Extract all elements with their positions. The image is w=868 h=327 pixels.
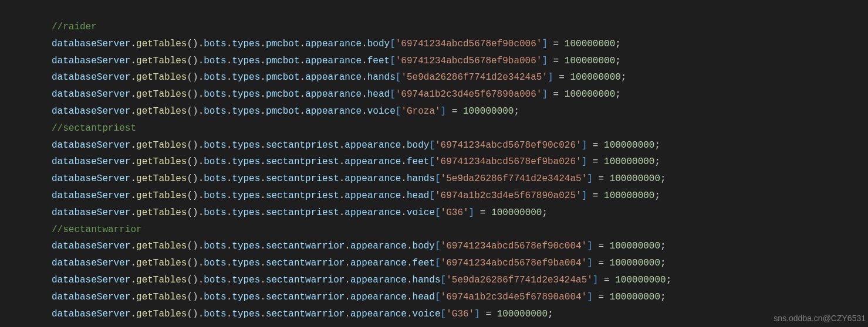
- variable-name: databaseServer: [52, 292, 130, 302]
- dot: .: [130, 275, 136, 285]
- bracket-close: ]: [542, 89, 548, 100]
- semicolon: ;: [660, 173, 666, 184]
- dot: .: [130, 89, 136, 100]
- code-line: databaseServer.getTables().bots.types.se…: [52, 306, 868, 323]
- dot: .: [260, 72, 266, 83]
- code-editor[interactable]: //raiderdatabaseServer.getTables().bots.…: [0, 0, 868, 322]
- property-sectantwarrior: sectantwarrior: [266, 309, 345, 319]
- property-sectantwarrior: sectantwarrior: [266, 241, 345, 251]
- string-key: '69741234abcd5678ef9ba006': [396, 56, 542, 66]
- code-line: databaseServer.getTables().bots.types.se…: [52, 289, 868, 306]
- property-sectantpriest: sectantpriest: [266, 140, 339, 151]
- method-name: getTables: [136, 258, 187, 268]
- property-feet: feet: [413, 258, 435, 268]
- dot: .: [198, 173, 204, 184]
- dot: .: [227, 207, 232, 218]
- bracket-close: ]: [587, 241, 593, 251]
- dot: .: [339, 140, 345, 151]
- variable-name: databaseServer: [52, 39, 130, 49]
- variable-name: databaseServer: [52, 309, 130, 319]
- bracket-close: ]: [542, 39, 548, 49]
- variable-name: databaseServer: [52, 241, 130, 251]
- number-value: 100000000: [491, 207, 542, 218]
- dot: .: [227, 140, 232, 151]
- semicolon: ;: [660, 258, 666, 268]
- string-key: '69741234abcd5678ef90c004': [441, 241, 587, 251]
- dot: .: [130, 140, 136, 151]
- string-key: '5e9da26286f7741d2e3424a5': [401, 72, 548, 83]
- number-value: 100000000: [463, 106, 514, 117]
- dot: .: [198, 207, 204, 218]
- property-body: body: [413, 241, 435, 251]
- property-feet: feet: [367, 56, 390, 66]
- bracket-open: [: [390, 39, 396, 49]
- dot: .: [401, 156, 407, 167]
- variable-name: databaseServer: [52, 106, 130, 117]
- property-types: types: [232, 106, 260, 117]
- equals: =: [587, 190, 604, 201]
- code-line: databaseServer.getTables().bots.types.se…: [52, 205, 868, 222]
- dot: .: [227, 156, 232, 167]
- property-bots: bots: [204, 106, 226, 117]
- string-key: '5e9da26286f7741d2e3424a5': [446, 275, 593, 285]
- equals: =: [446, 106, 463, 117]
- property-head: head: [367, 89, 390, 100]
- property-bots: bots: [204, 309, 226, 319]
- property-bots: bots: [204, 190, 226, 201]
- property-types: types: [232, 275, 260, 285]
- variable-name: databaseServer: [52, 72, 130, 83]
- dot: .: [260, 56, 266, 66]
- dot: .: [130, 309, 136, 319]
- dot: .: [198, 56, 204, 66]
- variable-name: databaseServer: [52, 207, 130, 218]
- string-key: '6974a1b2c3d4e5f67890a006': [396, 89, 542, 100]
- code-line: databaseServer.getTables().bots.types.se…: [52, 188, 868, 205]
- number-value: 100000000: [610, 173, 660, 184]
- parens: (): [187, 275, 198, 285]
- equals: =: [548, 56, 565, 66]
- number-value: 100000000: [565, 89, 615, 100]
- number-value: 100000000: [610, 292, 660, 302]
- dot: .: [260, 106, 266, 117]
- dot: .: [260, 275, 266, 285]
- property-pmcbot: pmcbot: [266, 39, 300, 49]
- dot: .: [198, 39, 204, 49]
- dot: .: [260, 156, 266, 167]
- parens: (): [187, 72, 198, 83]
- number-value: 100000000: [610, 258, 660, 268]
- equals: =: [593, 173, 610, 184]
- bracket-close: ]: [587, 173, 593, 184]
- dot: .: [407, 309, 413, 319]
- dot: .: [300, 89, 306, 100]
- equals: =: [593, 241, 610, 251]
- equals: =: [593, 258, 610, 268]
- parens: (): [187, 258, 198, 268]
- property-sectantpriest: sectantpriest: [266, 156, 339, 167]
- property-pmcbot: pmcbot: [266, 106, 300, 117]
- dot: .: [227, 173, 232, 184]
- code-line: databaseServer.getTables().bots.types.se…: [52, 137, 868, 154]
- property-head: head: [413, 292, 435, 302]
- property-bots: bots: [204, 275, 226, 285]
- dot: .: [227, 106, 232, 117]
- property-types: types: [232, 258, 260, 268]
- property-appearance: appearance: [345, 190, 401, 201]
- property-bots: bots: [204, 140, 226, 151]
- bracket-close: ]: [587, 258, 593, 268]
- property-pmcbot: pmcbot: [266, 72, 300, 83]
- property-types: types: [232, 207, 260, 218]
- property-types: types: [232, 241, 260, 251]
- dot: .: [260, 292, 266, 302]
- dot: .: [130, 292, 136, 302]
- dot: .: [401, 173, 407, 184]
- dot: .: [227, 190, 232, 201]
- dot: .: [345, 275, 350, 285]
- dot: .: [130, 39, 136, 49]
- parens: (): [187, 207, 198, 218]
- string-key: 'Groza': [401, 106, 440, 117]
- property-appearance: appearance: [345, 173, 401, 184]
- dot: .: [260, 207, 266, 218]
- dot: .: [130, 258, 136, 268]
- variable-name: databaseServer: [52, 56, 130, 66]
- string-key: 'G36': [446, 309, 474, 319]
